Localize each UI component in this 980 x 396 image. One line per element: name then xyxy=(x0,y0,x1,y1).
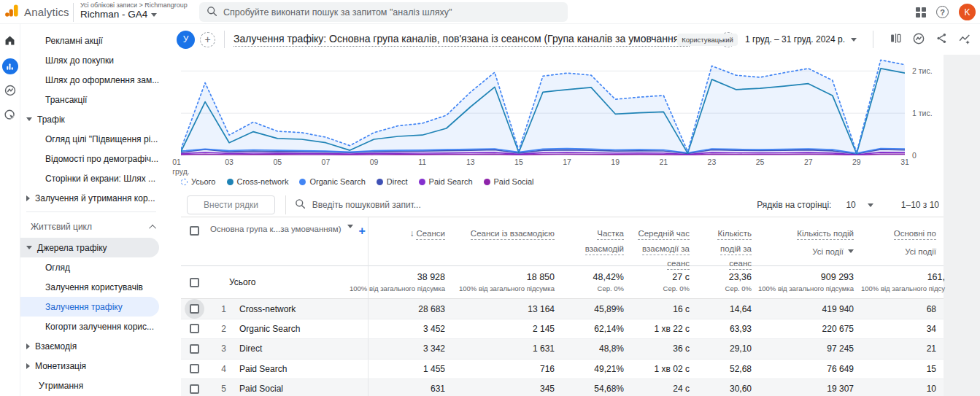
apps-grid-icon[interactable] xyxy=(916,7,926,18)
rows-per-page-label: Рядків на сторінці: xyxy=(757,200,831,210)
help-icon[interactable]: ? xyxy=(936,6,949,18)
sidebar-item-traffic[interactable]: Трафік xyxy=(20,109,166,129)
custom-report-badge: Користувацький xyxy=(677,34,738,46)
sidebar-item-demographics-info[interactable]: Відомості про демографіч... xyxy=(20,149,166,168)
legend-marker xyxy=(419,179,425,185)
chart-plot-area[interactable] xyxy=(181,58,905,155)
column-header-sessions[interactable]: ↓Сеанси xyxy=(369,217,452,271)
legend-item-cross-network[interactable]: Cross-network xyxy=(227,177,289,186)
chevron-down-icon[interactable] xyxy=(347,225,353,228)
x-tick-label: 13 xyxy=(466,158,475,167)
chevron-down-icon[interactable] xyxy=(868,203,873,207)
table-search[interactable] xyxy=(295,198,757,211)
right-gutter xyxy=(944,55,980,396)
checkbox-halo xyxy=(185,299,204,319)
report-header: У + Залучення трафіку: Основна група кан… xyxy=(166,24,980,55)
row-checkbox[interactable] xyxy=(190,384,199,394)
main-content: У + Залучення трафіку: Основна група кан… xyxy=(166,24,980,396)
select-all-checkbox[interactable] xyxy=(190,226,199,236)
topbar-divider xyxy=(73,3,74,22)
chevron-down-icon xyxy=(151,13,157,17)
sidebar-item-engagement[interactable]: Взаємодія xyxy=(20,336,166,356)
sidebar-divider xyxy=(26,211,156,212)
sessions-line-chart[interactable]: 2 тис.1 тис.0 01груд.0305070911131517192… xyxy=(166,55,944,193)
insights-icon[interactable] xyxy=(912,32,925,47)
account-switcher[interactable]: Усі облікові записи > Richmangroup Richm… xyxy=(80,1,188,20)
column-header-engagement-rate[interactable]: Частка взаємодій xyxy=(562,217,631,271)
legend-marker xyxy=(377,179,383,185)
table-header-row: Основна група к...за умовчанням) + ↓Сеан… xyxy=(181,217,944,266)
sidebar-item-checkout-journey[interactable]: Шлях до оформлення зам... xyxy=(20,70,166,90)
add-dimension-button[interactable]: + xyxy=(359,225,366,238)
legend-item-organic-search[interactable]: Organic Search xyxy=(299,177,365,186)
date-range-picker[interactable]: 1 груд. – 31 груд. 2024 р. xyxy=(745,34,857,44)
search-input[interactable] xyxy=(223,7,560,18)
sidebar-item-retention[interactable]: Утримання xyxy=(20,376,166,395)
rows-per-page-select[interactable]: 10 xyxy=(846,200,855,210)
sidebar-item-traffic-sources[interactable]: Джерела трафіку xyxy=(20,238,159,257)
sidebar-item-user-acquisition[interactable]: Залучення користувачів xyxy=(20,277,166,297)
table-row[interactable]: 2Organic Search 3 452 2 145 62,14% 1 хв … xyxy=(181,319,944,340)
segment-chip[interactable]: У xyxy=(177,31,195,49)
top-bar: Analytics Усі облікові записи > Richmang… xyxy=(0,0,980,24)
column-header-events-per-session[interactable]: Кількість подій за сеанс xyxy=(697,217,759,271)
table-row[interactable]: 4Paid Search 1 455 716 49,21% 1 хв 02 с … xyxy=(181,360,944,380)
share-icon[interactable] xyxy=(935,32,948,47)
row-checkbox[interactable] xyxy=(190,324,199,333)
home-icon[interactable] xyxy=(4,34,16,49)
search-icon xyxy=(207,6,217,19)
chevron-down-icon[interactable] xyxy=(848,249,854,253)
sidebar-item-promotions[interactable]: Рекламні акції xyxy=(20,31,166,50)
reports-icon[interactable] xyxy=(2,58,18,74)
x-tick-label: 17 xyxy=(563,158,571,167)
advertising-icon[interactable] xyxy=(4,109,17,124)
channel-name: Direct xyxy=(239,343,262,354)
sidebar-item-goal-overview[interactable]: Огляд цілі "Підвищення рі... xyxy=(20,129,166,149)
row-checkbox[interactable] xyxy=(190,304,199,314)
sidebar-item-pages-screens[interactable]: Сторінки й екрани: Шлях ... xyxy=(20,168,166,188)
column-header-event-count[interactable]: Кількість подій Усі події xyxy=(759,217,861,271)
x-tick-label: 01груд. xyxy=(172,158,190,176)
global-search[interactable] xyxy=(199,2,568,22)
explore-trend-icon[interactable] xyxy=(958,32,971,47)
legend-item-direct[interactable]: Direct xyxy=(377,177,408,186)
legend-item-paid-search[interactable]: Paid Search xyxy=(419,177,473,186)
x-tick-label: 15 xyxy=(514,158,523,167)
column-header-key-events[interactable]: Основні по Усі події xyxy=(861,217,944,271)
sidebar-item-monetization[interactable]: Монетизація xyxy=(20,356,166,376)
add-comparison-button[interactable]: + xyxy=(200,32,215,47)
sidebar-item-cohorts[interactable]: Когорти залучення корис... xyxy=(20,317,166,336)
row-range-label: 1–10 з 10 xyxy=(901,200,939,210)
row-checkbox[interactable] xyxy=(190,364,199,373)
sidebar-item-traffic-acquisition[interactable]: Залучення трафіку xyxy=(20,297,159,317)
column-header-engaged-sessions[interactable]: Сеанси із взаємодією xyxy=(452,217,562,271)
x-tick-label: 29 xyxy=(852,158,861,167)
avatar[interactable]: K xyxy=(959,4,976,20)
caret-right-icon xyxy=(26,343,30,349)
sidebar-section-lifecycle[interactable]: Життєвий цикл xyxy=(20,216,166,238)
sidebar-item-purchase-journey[interactable]: Шлях до покупки xyxy=(20,50,166,70)
comparison-icon[interactable] xyxy=(890,32,902,47)
legend-marker xyxy=(299,179,306,185)
sidebar-item-transactions[interactable]: Трансакції xyxy=(20,90,166,109)
report-title[interactable]: Залучення трафіку: Основна група каналів… xyxy=(234,33,690,47)
x-tick-label: 27 xyxy=(804,158,813,167)
table-row[interactable]: 5Paid Social 631 345 54,68% 24 с 30,60 1… xyxy=(181,379,944,396)
sidebar-item-overview[interactable]: Огляд xyxy=(20,257,166,277)
explore-icon[interactable] xyxy=(4,84,17,99)
dimension-header[interactable]: Основна група к...за умовчанням) + xyxy=(207,217,369,271)
analytics-logo[interactable]: Analytics xyxy=(4,3,69,20)
legend-item-paid-social[interactable]: Paid Social xyxy=(484,177,534,186)
legend-item-total[interactable]: Усього xyxy=(181,177,216,186)
totals-checkbox[interactable] xyxy=(190,278,199,287)
sidebar-item-engagement-retention[interactable]: Залучення й утримання кор... xyxy=(20,188,166,208)
row-checkbox[interactable] xyxy=(190,344,199,354)
caret-down-icon xyxy=(26,246,32,249)
table-row[interactable]: 3Direct 3 342 1 631 48,8% 36 с 29,10 97 … xyxy=(181,339,944,360)
expand-rows-button[interactable]: Внести рядки xyxy=(187,195,275,214)
table-row[interactable]: 1Cross-network 28 683 13 164 45,89% 16 с… xyxy=(181,299,944,319)
column-header-avg-engagement-time[interactable]: Середній час взаємодії за сеанс xyxy=(631,217,697,271)
report-nav-sidebar: Рекламні акції Шлях до покупки Шлях до о… xyxy=(20,24,166,396)
table-search-input[interactable] xyxy=(312,200,546,210)
x-tick-label: 07 xyxy=(322,158,331,167)
